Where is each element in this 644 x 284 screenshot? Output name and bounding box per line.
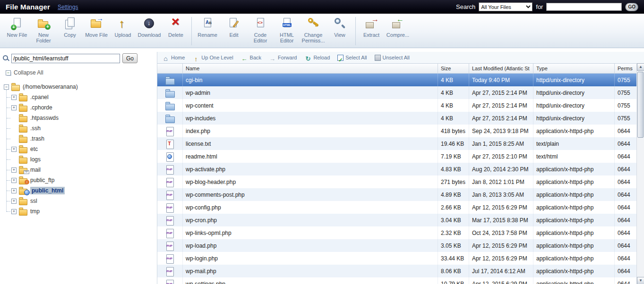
expander-icon[interactable]: + bbox=[11, 188, 17, 193]
file-name[interactable]: wp-links-opml.php bbox=[183, 226, 438, 239]
tree-item-mail[interactable]: +mail bbox=[0, 165, 157, 175]
rename-button[interactable]: Rename bbox=[194, 16, 221, 38]
path-input[interactable] bbox=[11, 54, 120, 63]
delete-button[interactable]: Delete bbox=[163, 16, 189, 38]
settings-link[interactable]: Settings bbox=[58, 4, 78, 10]
file-icon-cell bbox=[157, 163, 183, 175]
search-go-button[interactable]: GO bbox=[625, 3, 638, 11]
tree-item-public_ftp[interactable]: +public_ftp bbox=[0, 175, 157, 185]
tree-item-ssl[interactable]: +ssl bbox=[0, 196, 157, 206]
php-file-icon bbox=[165, 229, 175, 237]
file-row[interactable]: wp-content4 KBApr 27, 2015 2:14 PMhttpd/… bbox=[157, 99, 636, 112]
tree-item-etc[interactable]: +etc bbox=[0, 144, 157, 154]
up-one-level-button[interactable]: Up One Level bbox=[192, 54, 233, 61]
expander-icon[interactable]: + bbox=[11, 167, 17, 173]
compress-button[interactable]: Compre... bbox=[385, 16, 411, 38]
tree-item-.htpasswds[interactable]: .htpasswds bbox=[0, 113, 157, 123]
code-editor-button[interactable]: Code Editor bbox=[247, 16, 274, 43]
file-name[interactable]: readme.html bbox=[183, 150, 438, 163]
copy-button[interactable]: Copy bbox=[57, 16, 83, 38]
file-row[interactable]: wp-cron.php3.04 KBMar 17, 2015 8:38 PMap… bbox=[157, 214, 636, 226]
file-row[interactable]: wp-settings.php10.79 KBApr 12, 2015 6:29… bbox=[157, 277, 636, 284]
scroll-down-button[interactable] bbox=[637, 277, 644, 284]
edit-button[interactable]: Edit bbox=[221, 16, 247, 38]
path-go-button[interactable]: Go bbox=[122, 53, 137, 63]
file-name[interactable]: wp-login.php bbox=[183, 252, 438, 265]
tree-item-.trash[interactable]: .trash bbox=[0, 134, 157, 144]
file-row[interactable]: wp-activate.php4.83 KBAug 20, 2014 2:30 … bbox=[157, 163, 636, 175]
upload-button[interactable]: Upload bbox=[110, 16, 136, 38]
file-name[interactable]: wp-admin bbox=[183, 86, 438, 99]
file-name[interactable]: wp-content bbox=[183, 99, 438, 112]
tree-item-.ssh[interactable]: .ssh bbox=[0, 123, 157, 134]
file-name[interactable]: cgi-bin bbox=[183, 74, 438, 86]
expander-icon[interactable]: + bbox=[11, 105, 17, 110]
column-header-size[interactable]: Size bbox=[438, 64, 469, 73]
move-file-button[interactable]: Move File bbox=[83, 16, 110, 38]
unselect-all-button[interactable]: Unselect All bbox=[375, 55, 410, 61]
folder-icon bbox=[19, 125, 27, 132]
expander-icon[interactable]: + bbox=[11, 178, 17, 183]
tree-item-.cphorde[interactable]: +.cphorde bbox=[0, 102, 157, 113]
expander-icon[interactable]: + bbox=[11, 95, 17, 100]
collapse-all-button[interactable]: Collapse All bbox=[0, 65, 157, 78]
download-button[interactable]: Download bbox=[136, 16, 163, 38]
search-input[interactable] bbox=[546, 3, 622, 11]
home-button[interactable]: Home bbox=[162, 54, 185, 61]
select-all-button[interactable]: Select All bbox=[337, 55, 367, 61]
file-row[interactable]: wp-links-opml.php2.32 KBOct 24, 2013 7:5… bbox=[157, 226, 636, 239]
nav-label: Back bbox=[250, 55, 261, 60]
expander-icon[interactable]: + bbox=[11, 199, 17, 204]
column-header-mod[interactable]: Last Modified (Atlantic St bbox=[469, 64, 533, 73]
file-row[interactable]: wp-mail.php8.06 KBJul 17, 2014 6:12 AMap… bbox=[157, 265, 636, 277]
vertical-scrollbar[interactable] bbox=[636, 63, 644, 284]
file-row[interactable]: wp-comments-post.php4.89 KBJan 8, 2013 3… bbox=[157, 188, 636, 201]
tree-item-logs[interactable]: logs bbox=[0, 154, 157, 165]
tree-item-public_html[interactable]: +public_html bbox=[0, 185, 157, 196]
file-row[interactable]: wp-load.php3.05 KBApr 12, 2015 6:29 PMap… bbox=[157, 239, 636, 252]
file-row[interactable]: readme.html7.19 KBApr 27, 2015 2:10 PMte… bbox=[157, 150, 636, 163]
expander-icon[interactable]: + bbox=[11, 209, 17, 214]
file-name[interactable]: index.php bbox=[183, 125, 438, 137]
scroll-thumb[interactable] bbox=[637, 72, 644, 138]
file-row[interactable]: wp-includes4 KBApr 27, 2015 2:14 PMhttpd… bbox=[157, 112, 636, 125]
file-row[interactable]: wp-login.php33.44 KBApr 12, 2015 6:29 PM… bbox=[157, 252, 636, 265]
tree-item-tmp[interactable]: +tmp bbox=[0, 206, 157, 217]
expander-icon[interactable]: − bbox=[4, 84, 9, 90]
file-row[interactable]: license.txt19.46 KBJan 1, 2015 8:25 AMte… bbox=[157, 137, 636, 150]
file-row[interactable]: cgi-bin4 KBToday 9:40 PMhttpd/unix-direc… bbox=[157, 74, 636, 86]
back-button[interactable]: Back bbox=[241, 54, 261, 61]
new-file-button[interactable]: New File bbox=[4, 16, 30, 38]
html-editor-button[interactable]: HTML Editor bbox=[274, 16, 300, 43]
reload-button[interactable]: Reload bbox=[304, 54, 330, 61]
column-header-perms[interactable]: Perms bbox=[615, 64, 636, 73]
column-header-type[interactable]: Type bbox=[533, 64, 615, 73]
view-button[interactable]: View bbox=[326, 16, 353, 38]
file-row[interactable]: wp-config.php2.66 KBApr 12, 2015 6:29 PM… bbox=[157, 201, 636, 214]
forward-button[interactable]: Forward bbox=[269, 54, 297, 61]
file-name[interactable]: wp-settings.php bbox=[183, 277, 438, 284]
file-name[interactable]: wp-config.php bbox=[183, 201, 438, 214]
file-name[interactable]: wp-mail.php bbox=[183, 265, 438, 277]
extract-button[interactable]: Extract bbox=[358, 16, 385, 38]
search-scope-select[interactable]: All Your Files bbox=[479, 2, 532, 11]
tree-item-.cpanel[interactable]: +.cpanel bbox=[0, 92, 157, 102]
file-name[interactable]: wp-comments-post.php bbox=[183, 188, 438, 201]
file-name[interactable]: wp-blog-header.php bbox=[183, 175, 438, 188]
column-header-icon bbox=[157, 64, 183, 73]
file-name[interactable]: wp-activate.php bbox=[183, 163, 438, 175]
column-header-name[interactable]: Name bbox=[183, 64, 438, 73]
change-permissions-button[interactable]: Change Permiss... bbox=[300, 16, 326, 43]
file-name[interactable]: license.txt bbox=[183, 137, 438, 150]
new-folder-button[interactable]: New Folder bbox=[30, 16, 57, 43]
file-size: 3.05 KB bbox=[438, 239, 469, 252]
file-name[interactable]: wp-includes bbox=[183, 112, 438, 125]
file-name[interactable]: wp-cron.php bbox=[183, 214, 438, 226]
file-row[interactable]: index.php418 bytesSep 24, 2013 9:18 PMap… bbox=[157, 125, 636, 137]
scroll-up-button[interactable] bbox=[637, 63, 644, 71]
file-row[interactable]: wp-blog-header.php271 bytesJan 8, 2012 1… bbox=[157, 175, 636, 188]
file-name[interactable]: wp-load.php bbox=[183, 239, 438, 252]
tree-item-homebowseranana[interactable]: −(/home/bowseranana) bbox=[0, 82, 157, 92]
file-row[interactable]: wp-admin4 KBApr 27, 2015 2:14 PMhttpd/un… bbox=[157, 86, 636, 99]
expander-icon[interactable]: + bbox=[11, 147, 17, 152]
